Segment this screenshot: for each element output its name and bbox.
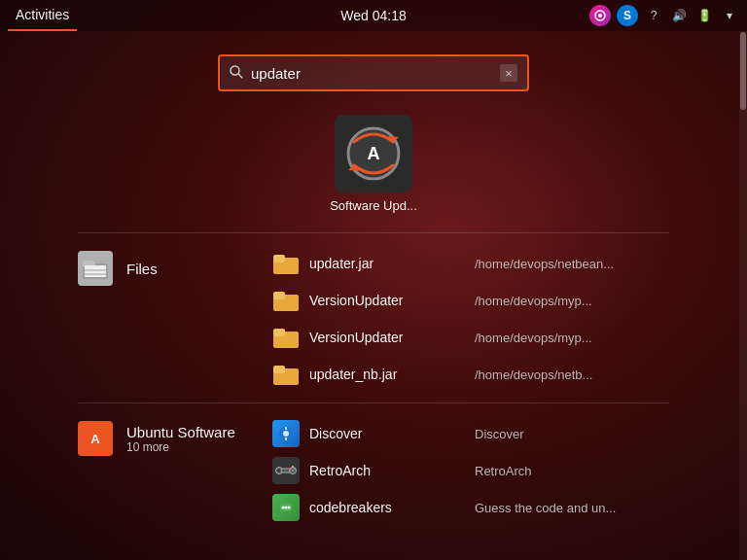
file-name-3: VersionUpdater bbox=[309, 330, 465, 345]
svg-point-38 bbox=[288, 507, 291, 509]
folder-icon-4 bbox=[272, 361, 300, 388]
app-result-discover[interactable]: Discover Discover bbox=[272, 415, 669, 452]
svg-point-34 bbox=[292, 466, 294, 468]
files-app-item[interactable]: Files bbox=[78, 245, 272, 292]
svg-text:A: A bbox=[90, 432, 100, 446]
battery-icon[interactable]: 🔋 bbox=[694, 6, 714, 25]
clock-display: Wed 04:18 bbox=[340, 8, 406, 23]
folder-icon-1 bbox=[272, 250, 300, 277]
retroarch-icon bbox=[272, 457, 300, 484]
file-name-1: updater.jar bbox=[309, 256, 465, 271]
accessibility-icon[interactable]: ? bbox=[644, 6, 663, 25]
top-bar: Activities Wed 04:18 S ? 🔊 🔋 ▾ bbox=[0, 0, 747, 31]
files-app-name: Files bbox=[126, 261, 158, 277]
app-sub-codebreakers: Guess the code and un... bbox=[475, 501, 616, 515]
search-clear-button[interactable]: × bbox=[500, 64, 517, 82]
ubuntu-software-icon: A bbox=[78, 421, 113, 456]
svg-point-1 bbox=[598, 14, 602, 18]
svg-rect-20 bbox=[273, 366, 285, 373]
scrollbar-track[interactable] bbox=[739, 31, 747, 560]
file-result-2[interactable]: VersionUpdater /home/devops/myp... bbox=[272, 282, 669, 319]
file-result-4[interactable]: updater_nb.jar /home/devops/netb... bbox=[272, 356, 669, 393]
app-result-codebreakers[interactable]: codebreakers Guess the code and un... bbox=[272, 489, 669, 526]
search-box[interactable]: × bbox=[218, 54, 529, 91]
divider-1 bbox=[78, 232, 669, 233]
ubuntu-software-name: Ubuntu Software bbox=[126, 424, 235, 440]
system-menu-chevron[interactable]: ▾ bbox=[720, 6, 739, 25]
volume-icon[interactable]: 🔊 bbox=[669, 6, 689, 25]
app-launcher-icon[interactable] bbox=[589, 5, 611, 26]
ubuntu-software-sub: 10 more bbox=[126, 440, 235, 454]
svg-point-32 bbox=[292, 470, 294, 472]
file-path-4: /home/devops/netb... bbox=[475, 368, 592, 382]
files-icon bbox=[78, 251, 113, 286]
file-path-1: /home/devops/netbean... bbox=[475, 257, 614, 271]
ubuntu-software-col: A Ubuntu Software 10 more bbox=[78, 415, 272, 526]
file-path-2: /home/devops/myp... bbox=[475, 294, 592, 308]
svg-point-24 bbox=[283, 431, 289, 437]
search-input[interactable] bbox=[251, 65, 492, 82]
files-app-col: Files bbox=[78, 245, 272, 393]
app-sub-discover: Discover bbox=[475, 427, 524, 441]
folder-icon-3 bbox=[272, 324, 300, 351]
folder-icon-2 bbox=[272, 287, 300, 314]
svg-text:A: A bbox=[368, 144, 380, 163]
file-name-4: updater_nb.jar bbox=[309, 367, 465, 382]
main-app-result[interactable]: A Software Upd... bbox=[0, 107, 747, 232]
codebreakers-icon bbox=[272, 494, 300, 521]
skype-icon[interactable]: S bbox=[617, 5, 638, 26]
file-result-1[interactable]: updater.jar /home/devops/netbean... bbox=[272, 245, 669, 282]
divider-2 bbox=[78, 402, 669, 403]
svg-point-37 bbox=[285, 507, 288, 509]
svg-point-31 bbox=[290, 468, 292, 470]
app-results-col: Discover Discover bbox=[272, 415, 669, 526]
svg-rect-10 bbox=[85, 265, 106, 277]
activities-button[interactable]: Activities bbox=[8, 0, 77, 31]
scrollbar-thumb[interactable] bbox=[740, 32, 746, 110]
app-result-retroarch[interactable]: RetroArch RetroArch bbox=[272, 452, 669, 489]
app-name-retroarch: RetroArch bbox=[309, 463, 465, 478]
file-result-3[interactable]: VersionUpdater /home/devops/myp... bbox=[272, 319, 669, 356]
svg-point-36 bbox=[282, 507, 285, 509]
app-sub-retroarch: RetroArch bbox=[475, 464, 532, 478]
main-app-label: Software Upd... bbox=[330, 198, 417, 213]
svg-rect-16 bbox=[273, 292, 285, 299]
file-name-2: VersionUpdater bbox=[309, 293, 465, 308]
svg-rect-18 bbox=[273, 329, 285, 336]
software-updater-icon: A bbox=[335, 115, 412, 192]
svg-point-30 bbox=[278, 470, 281, 472]
search-icon bbox=[230, 65, 243, 82]
app-name-discover: Discover bbox=[309, 426, 465, 441]
file-path-3: /home/devops/myp... bbox=[475, 331, 592, 345]
ubuntu-software-item[interactable]: A Ubuntu Software 10 more bbox=[78, 415, 272, 462]
apps-section: A Ubuntu Software 10 more bbox=[0, 415, 747, 526]
app-name-codebreakers: codebreakers bbox=[309, 500, 465, 515]
discover-icon bbox=[272, 420, 300, 447]
search-area: × bbox=[0, 31, 747, 107]
system-tray: S ? 🔊 🔋 ▾ bbox=[589, 5, 739, 26]
svg-point-33 bbox=[294, 468, 296, 470]
svg-line-3 bbox=[238, 74, 242, 78]
svg-rect-14 bbox=[273, 255, 285, 262]
files-section: Files updater.jar /home/devops/netbean..… bbox=[0, 245, 747, 393]
files-results-col: updater.jar /home/devops/netbean... Vers… bbox=[272, 245, 669, 393]
